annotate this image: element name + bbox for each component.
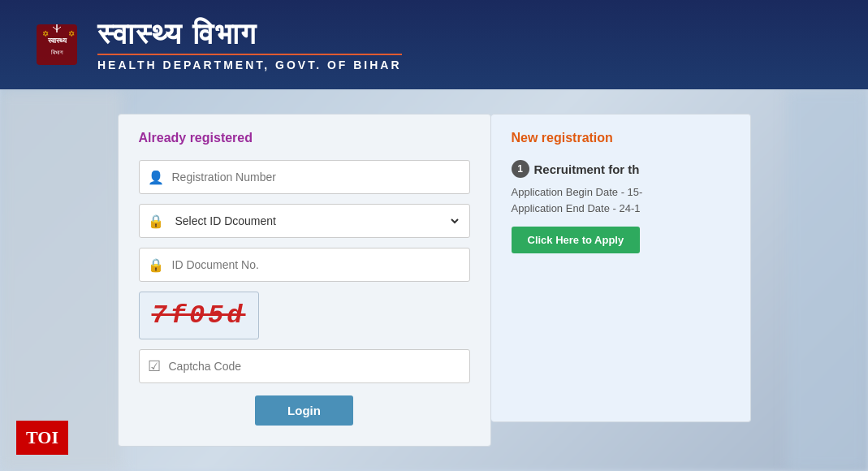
main-content: Already registered 👤 🔒 Select ID Dcoumen…: [0, 89, 868, 471]
captcha-input[interactable]: [169, 360, 461, 373]
recruitment-title-text: Recruitment for th: [534, 162, 640, 176]
person-icon: 👤: [148, 170, 164, 185]
id-document-select[interactable]: Select ID Dcoument Aadhar Card PAN Card …: [172, 214, 461, 228]
header-divider: [97, 54, 402, 55]
new-registration-panel: New registration 1 Recruitment for th Ap…: [491, 114, 751, 422]
application-begin-date: Application Begin Date - 15-: [512, 186, 730, 198]
emblem-icon: स्वास्थ्य विभाग ✡ ✡: [32, 20, 81, 69]
header-hindi-title: स्वास्थ्य विभाग: [97, 18, 257, 50]
id-document-no-field: 🔒: [139, 248, 470, 282]
logo-area: स्वास्थ्य विभाग ✡ ✡: [32, 20, 81, 69]
svg-text:विभाग: विभाग: [50, 49, 63, 55]
lock-icon-2: 🔒: [148, 257, 164, 273]
toi-badge: TOI: [16, 421, 68, 455]
captcha-text: 7f05d: [152, 300, 246, 331]
site-header: स्वास्थ्य विभाग ✡ ✡ स्वास्थ्य विभाग HEAL…: [0, 0, 868, 89]
already-registered-panel: Already registered 👤 🔒 Select ID Dcoumen…: [118, 114, 491, 447]
header-text-area: स्वास्थ्य विभाग HEALTH DEPARTMENT, GOVT.…: [97, 18, 402, 71]
lock-icon-1: 🔒: [148, 214, 164, 229]
new-registration-title: New registration: [512, 131, 730, 145]
recruitment-title: 1 Recruitment for th: [512, 160, 730, 178]
id-document-no-input[interactable]: [172, 258, 461, 271]
header-english-title: HEALTH DEPARTMENT, GOVT. OF BIHAR: [97, 58, 402, 71]
registration-number-input[interactable]: [172, 171, 461, 184]
id-document-field: 🔒 Select ID Dcoument Aadhar Card PAN Car…: [139, 204, 470, 238]
recruitment-item: 1 Recruitment for th Application Begin D…: [512, 160, 730, 253]
apply-button[interactable]: Click Here to Apply: [512, 227, 641, 253]
step-badge: 1: [512, 160, 529, 178]
registration-number-field: 👤: [139, 160, 470, 194]
svg-text:✡: ✡: [42, 29, 49, 38]
svg-text:स्वास्थ्य: स्वास्थ्य: [47, 37, 67, 45]
application-end-date: Application End Date - 24-1: [512, 202, 730, 214]
captcha-field: ☑: [139, 349, 470, 383]
svg-text:✡: ✡: [68, 29, 75, 38]
captcha-image: 7f05d: [139, 292, 259, 339]
login-button[interactable]: Login: [255, 395, 353, 426]
captcha-icon: ☑: [148, 357, 161, 375]
already-registered-title: Already registered: [139, 131, 470, 145]
